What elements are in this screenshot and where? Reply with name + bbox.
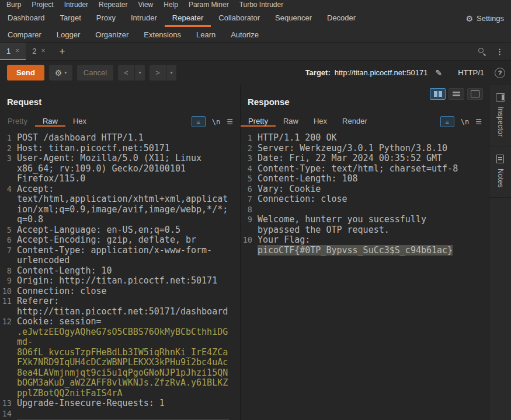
tab-learn[interactable]: Learn xyxy=(189,27,223,42)
edit-target-icon[interactable]: ✎ xyxy=(435,68,442,78)
code-line[interactable]: 1HTTP/1.1 200 OK xyxy=(242,133,489,144)
pretty-print-toggle-icon[interactable]: ≡ xyxy=(192,116,206,127)
close-icon[interactable]: × xyxy=(41,47,45,55)
code-line[interactable]: 10Connection: close xyxy=(1,286,240,297)
code-line[interactable]: 7Connection: close xyxy=(242,194,489,205)
menu-item-repeater[interactable]: Repeater xyxy=(93,0,133,10)
request-code[interactable]: 1POST /dashboard HTTP/1.12Host: titan.pi… xyxy=(0,133,240,420)
menu-item-param-miner[interactable]: Param Miner xyxy=(183,0,234,10)
code-line[interactable]: 2Host: titan.picoctf.net:50171 xyxy=(1,144,240,154)
response-tab-render[interactable]: Render xyxy=(335,117,375,127)
layout-single-button[interactable] xyxy=(467,88,483,100)
code-line[interactable]: 9Origin: http://titan.picoctf.net:50171 xyxy=(1,276,240,286)
side-tab-strip: Inspector Notes xyxy=(489,85,511,420)
tab-sequencer[interactable]: Sequencer xyxy=(267,10,319,27)
menu-item-help[interactable]: Help xyxy=(158,0,183,10)
back-arrow-label[interactable]: < xyxy=(118,65,135,80)
response-tab-raw[interactable]: Raw xyxy=(276,117,306,127)
menu-item-project[interactable]: Project xyxy=(26,0,58,10)
line-number: 5 xyxy=(242,174,252,184)
pretty-print-toggle-icon[interactable]: ≡ xyxy=(440,116,454,127)
line-number: 3 xyxy=(1,153,12,164)
code-line[interactable]: 14 xyxy=(1,409,240,419)
layout-rows-button[interactable] xyxy=(449,88,464,100)
line-text: Date: Fri, 22 Mar 2024 00:35:52 GMT xyxy=(258,153,470,164)
code-line[interactable]: 12Cookie: session= .eJwtzEEOgyAQheG7sO5C… xyxy=(1,317,240,398)
tab-organizer[interactable]: Organizer xyxy=(88,27,136,42)
line-text xyxy=(258,205,470,215)
tab-intruder[interactable]: Intruder xyxy=(123,10,165,27)
chevron-down-icon[interactable]: ▾ xyxy=(135,65,145,80)
code-line[interactable]: 10Your Flag: picoCTF{#0TP_Bypvss_SuCc3$S… xyxy=(242,235,489,256)
code-line[interactable]: 5Accept-Language: en-US,en;q=0.5 xyxy=(1,225,240,236)
request-tab-pretty[interactable]: Pretty xyxy=(0,117,35,127)
line-number: 14 xyxy=(1,409,12,419)
request-panel-title: Request xyxy=(7,97,240,107)
code-line[interactable]: 2Server: Werkzeug/3.0.1 Python/3.8.10 xyxy=(242,144,489,154)
code-line[interactable]: 13Upgrade-Insecure-Requests: 1 xyxy=(1,398,240,409)
tab-decoder[interactable]: Decoder xyxy=(319,10,363,27)
secondary-tabs: ComparerLoggerOrganizerExtensionsLearnAu… xyxy=(0,27,266,42)
response-editor-tab-bar: PrettyRawHexRender ≡ \n ☰ xyxy=(241,114,489,130)
code-line[interactable]: 3User-Agent: Mozilla/5.0 (X11; Linux x86… xyxy=(1,153,240,184)
code-line[interactable]: 8 xyxy=(242,205,489,215)
menu-item-intruder[interactable]: Intruder xyxy=(59,0,93,10)
show-newlines-toggle[interactable]: \n xyxy=(212,118,220,126)
code-line[interactable]: 11Referer: http://titan.picoctf.net:5017… xyxy=(1,296,240,317)
line-text: Accept: text/html,application/xhtml+xml,… xyxy=(17,184,229,225)
tab-collaborator[interactable]: Collaborator xyxy=(211,10,267,27)
send-button[interactable]: Send xyxy=(7,65,44,80)
notes-tab[interactable]: Notes xyxy=(489,146,511,198)
forward-arrow-label[interactable]: > xyxy=(150,65,166,80)
line-text: Upgrade-Insecure-Requests: 1 xyxy=(17,398,229,409)
add-tab-button[interactable]: + xyxy=(52,43,73,60)
history-forward-button[interactable]: > ▾ xyxy=(150,65,176,80)
code-line[interactable]: 4Accept: text/html,application/xhtml+xml… xyxy=(1,184,240,225)
send-options-button[interactable]: ⚙ ▾ xyxy=(49,65,72,80)
tab-comparer[interactable]: Comparer xyxy=(0,27,49,42)
code-line[interactable]: 9Welcome, hunterr you sucessfully bypass… xyxy=(242,215,489,235)
repeater-tab-1[interactable]: 1× xyxy=(0,43,26,60)
close-icon[interactable]: × xyxy=(15,47,19,55)
tab-repeater[interactable]: Repeater xyxy=(165,10,211,27)
line-text: Content-Length: 108 xyxy=(258,174,470,184)
tab-dashboard[interactable]: Dashboard xyxy=(0,10,53,27)
layout-columns-button[interactable] xyxy=(430,88,446,100)
code-line[interactable]: 5Content-Length: 108 xyxy=(242,174,489,184)
menu-item-turbo-intruder[interactable]: Turbo Intruder xyxy=(234,0,289,10)
response-code[interactable]: 1HTTP/1.1 200 OK2Server: Werkzeug/3.0.1 … xyxy=(241,133,489,256)
http-version-selector[interactable]: HTTP/1 xyxy=(458,68,484,77)
inspector-tab[interactable]: Inspector xyxy=(489,85,511,146)
response-tab-hex[interactable]: Hex xyxy=(306,117,335,127)
tab-target[interactable]: Target xyxy=(53,10,89,27)
secondary-tab-bar: ComparerLoggerOrganizerExtensionsLearnAu… xyxy=(0,27,511,43)
menu-item-burp[interactable]: Burp xyxy=(1,0,26,10)
code-line[interactable]: 1POST /dashboard HTTP/1.1 xyxy=(1,133,240,144)
search-icon[interactable] xyxy=(478,48,486,55)
code-line[interactable]: 3Date: Fri, 22 Mar 2024 00:35:52 GMT xyxy=(242,153,489,164)
tab-logger[interactable]: Logger xyxy=(49,27,88,42)
code-line[interactable]: 6Vary: Cookie xyxy=(242,184,489,195)
tab-extensions[interactable]: Extensions xyxy=(136,27,189,42)
kebab-menu-icon[interactable]: ⋮ xyxy=(496,47,503,56)
code-line[interactable]: 6Accept-Encoding: gzip, deflate, br xyxy=(1,235,240,246)
code-line[interactable]: 7Content-Type: application/x-www-form-ur… xyxy=(1,246,240,266)
request-tab-hex[interactable]: Hex xyxy=(65,117,94,127)
line-text: Cookie: session= .eJwtzEEOgyAQheG7sO5CBB… xyxy=(17,317,229,398)
show-newlines-toggle[interactable]: \n xyxy=(461,118,469,126)
request-tab-raw[interactable]: Raw xyxy=(35,117,65,127)
repeater-tab-2[interactable]: 2× xyxy=(26,43,51,60)
history-back-button[interactable]: < ▾ xyxy=(118,65,145,80)
hamburger-menu-icon[interactable]: ☰ xyxy=(475,118,482,126)
hamburger-menu-icon[interactable]: ☰ xyxy=(227,118,233,126)
code-line[interactable]: 4Content-Type: text/html; charset=utf-8 xyxy=(242,164,489,174)
response-tab-pretty[interactable]: Pretty xyxy=(241,117,276,127)
menu-item-view[interactable]: View xyxy=(133,0,158,10)
tab-settings[interactable]: ⚙ Settings xyxy=(458,10,511,27)
tab-proxy[interactable]: Proxy xyxy=(89,10,123,27)
help-icon[interactable]: ? xyxy=(495,68,505,78)
chevron-down-icon[interactable]: ▾ xyxy=(166,65,176,80)
cancel-button[interactable]: Cancel xyxy=(77,65,113,80)
tab-autorize[interactable]: Autorize xyxy=(223,27,266,42)
code-line[interactable]: 8Content-Length: 10 xyxy=(1,266,240,276)
